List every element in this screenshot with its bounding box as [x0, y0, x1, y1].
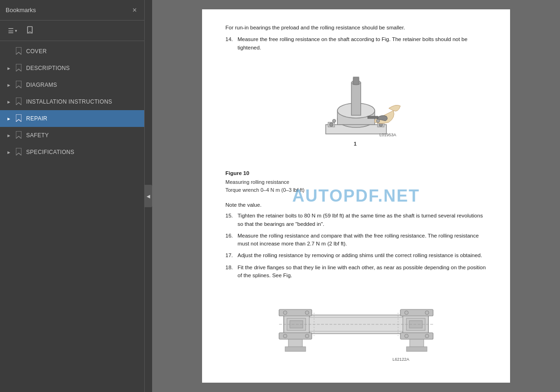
step-18-num: 18.	[225, 264, 235, 280]
svg-point-25	[333, 119, 336, 122]
svg-rect-24	[368, 116, 378, 119]
expand-arrow-specifications: ►	[7, 150, 12, 155]
step-15-text: Tighten the retainer bolts to 80 N m (59…	[238, 212, 487, 228]
step-16: 16. Measure the rolling resistance and c…	[225, 232, 487, 248]
bookmark-item-installation[interactable]: ► INSTALLATION INSTRUCTIONS	[0, 93, 144, 110]
bookmark-ribbon-icon-installation	[16, 98, 22, 106]
bookmark-ribbon-icon-descriptions	[16, 64, 22, 73]
svg-rect-50	[288, 339, 302, 348]
step-14: 14. Measure the free rolling resistance …	[225, 35, 487, 52]
figure-10-title: Figure 10	[225, 169, 487, 177]
step-16-num: 16.	[225, 232, 235, 248]
bookmarks-panel: Bookmarks × ☰ ▾ COVER ►	[0, 0, 145, 392]
expand-arrow-repair: ►	[7, 116, 12, 121]
svg-point-42	[405, 311, 408, 315]
step-17-num: 17.	[225, 252, 235, 259]
sidebar-toolbar: ☰ ▾	[0, 21, 144, 41]
bookmark-label-cover: COVER	[26, 48, 47, 55]
step-14-num: 14.	[225, 35, 235, 52]
bearing-drawing-svg: L01953A 1	[302, 64, 410, 162]
bookmark-label-diagrams: DIAGRAMS	[26, 82, 57, 88]
bookmark-item-cover[interactable]: COVER	[0, 43, 144, 60]
document-page: AUTOPDF.NET For run-in bearings the prel…	[202, 9, 510, 383]
content-area: AUTOPDF.NET For run-in bearings the prel…	[152, 0, 560, 392]
svg-point-35	[305, 311, 309, 315]
svg-marker-2	[16, 64, 21, 71]
bookmark-ribbon-icon-cover	[16, 47, 22, 56]
bookmark-item-safety[interactable]: ► SAFETY	[0, 127, 144, 144]
dropdown-arrow-icon: ▾	[15, 28, 17, 33]
svg-rect-52	[410, 339, 424, 348]
collapse-panel-button[interactable]: ◀	[145, 185, 152, 207]
figure-bottom-image: L62122A	[277, 287, 435, 366]
svg-point-44	[425, 311, 429, 315]
note-value-text: Note the value.	[225, 201, 487, 209]
svg-marker-1	[16, 47, 21, 55]
step-16-text: Measure the rolling resistance and compa…	[238, 232, 487, 248]
bookmark-ribbon-icon-safety	[16, 131, 22, 140]
svg-marker-5	[16, 114, 21, 122]
bookmark-search-button[interactable]	[23, 24, 37, 37]
step-17: 17. Adjust the rolling resistance by rem…	[225, 252, 487, 259]
bookmark-ribbon-icon-repair	[16, 114, 22, 123]
svg-marker-3	[16, 81, 21, 88]
bookmark-label-installation: INSTALLATION INSTRUCTIONS	[26, 98, 112, 105]
close-panel-button[interactable]: ×	[131, 5, 139, 15]
step-15: 15. Tighten the retainer bolts to 80 N m…	[225, 212, 487, 228]
svg-point-11	[329, 123, 333, 126]
figure-10-caption: Figure 10 Measuring rolling resistance T…	[225, 169, 487, 194]
bookmark-ribbon-icon-specifications	[16, 148, 22, 157]
bookmark-label-specifications: SPECIFICATIONS	[26, 149, 74, 155]
svg-point-36	[305, 334, 309, 338]
expand-arrow-cover	[7, 49, 12, 54]
svg-rect-0	[28, 27, 32, 33]
step-18: 18. Fit the drive flanges so that they l…	[225, 264, 487, 280]
svg-rect-16	[351, 83, 361, 115]
step-18-text: Fit the drive flanges so that they lie i…	[238, 264, 487, 280]
sidebar-title: Bookmarks	[6, 7, 36, 14]
svg-marker-4	[16, 98, 21, 105]
bookmark-item-specifications[interactable]: ► SPECIFICATIONS	[0, 144, 144, 161]
figure-bottom-container: L62122A	[225, 287, 487, 366]
svg-rect-53	[406, 347, 427, 351]
view-options-button[interactable]: ☰ ▾	[5, 25, 21, 36]
svg-point-26	[377, 119, 380, 122]
svg-point-34	[283, 334, 287, 338]
expand-arrow-descriptions: ►	[7, 66, 12, 71]
bookmark-item-repair[interactable]: ► REPAIR	[0, 110, 144, 127]
svg-point-33	[283, 311, 287, 315]
svg-text:L62122A: L62122A	[392, 357, 409, 362]
svg-marker-6	[16, 131, 21, 139]
svg-text:L01953A: L01953A	[379, 133, 396, 137]
sidebar-header: Bookmarks ×	[0, 0, 144, 21]
svg-point-45	[425, 334, 429, 338]
svg-text:1: 1	[354, 141, 357, 147]
svg-point-43	[405, 334, 408, 338]
step-15-num: 15.	[225, 212, 235, 228]
bookmark-ribbon-icon-diagrams	[16, 81, 22, 90]
figure-10-image: L01953A 1	[295, 59, 417, 167]
figure-10-description: Measuring rolling resistance	[225, 178, 487, 186]
list-icon: ☰	[8, 27, 14, 35]
step-14-text: Measure the free rolling resistance on t…	[238, 35, 487, 52]
bookmark-item-diagrams[interactable]: ► DIAGRAMS	[0, 77, 144, 93]
expand-arrow-safety: ►	[7, 133, 12, 138]
bookmark-label-safety: SAFETY	[26, 132, 49, 139]
step-17-text: Adjust the rolling resistance by removin…	[238, 252, 482, 259]
bookmark-label-descriptions: DESCRIPTIONS	[26, 65, 70, 71]
svg-rect-51	[285, 347, 306, 351]
bookmark-label-repair: REPAIR	[26, 115, 48, 122]
bookmark-search-icon	[27, 26, 34, 35]
drive-flanges-svg: L62122A	[277, 287, 435, 364]
figure-10-container: L01953A 1 Figure 10 Measuring rolling re…	[225, 59, 487, 194]
figure-10-caption-text: Torque wrench 0–4 N m (0–3 lbf ft)	[225, 186, 487, 194]
svg-marker-7	[16, 148, 21, 155]
bookmark-list: COVER ► DESCRIPTIONS ► DIAGRAMS ► INSTAL…	[0, 41, 144, 392]
bookmark-item-descriptions[interactable]: ► DESCRIPTIONS	[0, 60, 144, 77]
expand-arrow-diagrams: ►	[7, 83, 12, 88]
intro-paragraph: For run-in bearings the preload and the …	[225, 23, 487, 32]
expand-arrow-installation: ►	[7, 99, 12, 105]
